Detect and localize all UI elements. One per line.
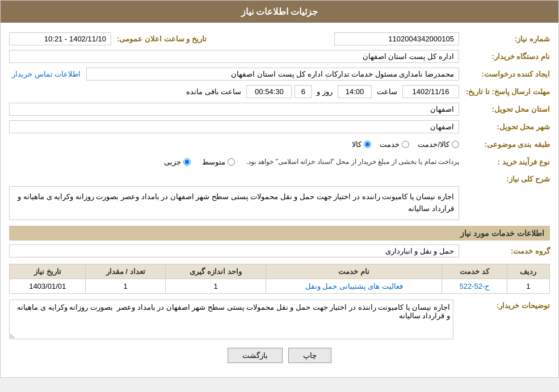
- province-row: استان محل تحویل: اصفهان: [9, 102, 550, 116]
- table-row: 1 ح-52-522 فعالیت های پشتیبانی حمل ونقل …: [10, 279, 550, 294]
- subject-khedmat-radio[interactable]: [402, 141, 409, 148]
- province-value: اصفهان: [9, 103, 459, 116]
- reply-deadline-fields: 1402/11/16 ساعت 14:00 روز و 6 00:54:30 س…: [9, 85, 459, 98]
- created-by-label: ایجاد کننده درخواست:: [459, 70, 550, 78]
- announcement-value: 1402/11/10 - 10:21: [9, 32, 111, 45]
- cell-unit: 1: [165, 279, 266, 294]
- process-motawaset-option: متوسط: [202, 158, 235, 166]
- city-value: اصفهان: [9, 120, 459, 133]
- services-table: ردیف کد خدمت نام خدمت واحد اندازه گیری ت…: [9, 264, 550, 294]
- cell-service-name: فعالیت های پشتیبانی حمل ونقل: [266, 279, 442, 294]
- col-unit: واحد اندازه گیری: [165, 264, 266, 279]
- process-jozyi-radio[interactable]: [183, 158, 191, 166]
- city-row: شهر محل تحویل: اصفهان: [9, 119, 550, 134]
- subject-row: طبقه بندی موضوعی: کالا/خدمت خدمت کالا: [9, 137, 550, 151]
- cell-service-code: ح-52-522: [442, 279, 507, 294]
- subject-khedmat-option: خدمت: [380, 140, 409, 149]
- process-type-group: پرداخت تمام یا بخشی از مبلغ خریدار از مح…: [164, 158, 459, 166]
- reply-time-label: ساعت: [377, 87, 397, 96]
- buyer-org-value: اداره کل پست استان اصفهان: [9, 50, 459, 63]
- action-buttons: چاپ بازگشت: [9, 348, 550, 363]
- services-section-title: اطلاعات خدمات مورد نیاز: [9, 226, 550, 241]
- process-note: پرداخت تمام یا بخشی از مبلغ خریدار از مح…: [246, 158, 459, 166]
- process-motawaset-radio[interactable]: [228, 158, 235, 166]
- subject-khedmat-label: خدمت: [380, 140, 400, 149]
- service-group-label: گروه خدمت:: [459, 247, 550, 255]
- back-button[interactable]: بازگشت: [228, 348, 283, 363]
- buyer-desc-row: توضیحات خریدار:: [9, 300, 550, 339]
- subject-kala-radio[interactable]: [364, 141, 371, 148]
- process-note-item: پرداخت تمام یا بخشی از مبلغ خریدار از مح…: [246, 158, 459, 166]
- created-by-row: ایجاد کننده درخواست: محمدرضا نامداری مسئ…: [9, 66, 550, 81]
- page-header: جزئیات اطلاعات نیاز: [1, 1, 558, 23]
- reply-remaining-label: ساعت باقی مانده: [186, 87, 241, 96]
- services-table-section: ردیف کد خدمت نام خدمت واحد اندازه گیری ت…: [9, 264, 550, 294]
- main-container: جزئیات اطلاعات نیاز شماره نیاز: 11020043…: [0, 0, 559, 378]
- need-number-value: 1102004342000105: [334, 32, 459, 45]
- subject-kala-khedmat-option: کالا/خدمت: [418, 140, 459, 149]
- reply-deadline-row: مهلت ارسال پاسخ: تا تاریخ: 1402/11/16 سا…: [9, 84, 550, 99]
- buyer-org-label: نام دستگاه خریدار:: [459, 52, 550, 61]
- process-jozyi-option: جزیی: [164, 158, 191, 166]
- process-label: نوع فرآیند خرید :: [459, 158, 550, 166]
- page-title: جزئیات اطلاعات نیاز: [241, 7, 318, 16]
- description-row: شرح کلی نیاز: اجاره نیسان یا کامیونت ران…: [9, 175, 550, 220]
- announcement-label: تاریخ و ساعت اعلان عمومی:: [111, 35, 212, 43]
- subject-kala-label: کالا: [352, 140, 362, 149]
- cell-date: 1403/01/01: [10, 279, 86, 294]
- col-rownum: ردیف: [507, 264, 549, 279]
- subject-kala-option: کالا: [352, 140, 371, 149]
- subject-kala-khedmat-label: کالا/خدمت: [418, 140, 449, 149]
- reply-days: 6: [295, 85, 312, 98]
- buyer-desc-label: توضیحات خریدار:: [459, 300, 550, 310]
- service-group-value: حمل و نقل و انبارداری: [9, 245, 459, 258]
- process-jozyi-label: جزیی: [164, 158, 181, 166]
- buyer-desc-textarea[interactable]: [9, 300, 453, 339]
- reply-date: 1402/11/16: [402, 85, 459, 98]
- reply-remaining: 00:54:30: [246, 85, 292, 98]
- province-label: استان محل تحویل:: [459, 105, 550, 113]
- cell-rownum: 1: [507, 279, 549, 294]
- city-label: شهر محل تحویل:: [459, 123, 550, 131]
- description-label: شرح کلی نیاز:: [459, 175, 550, 183]
- need-number-row: شماره نیاز: 1102004342000105 تاریخ و ساع…: [9, 31, 550, 46]
- need-number-label: شماره نیاز:: [459, 35, 550, 43]
- print-button[interactable]: چاپ: [288, 348, 331, 363]
- reply-time: 14:00: [338, 85, 372, 98]
- content-area: شماره نیاز: 1102004342000105 تاریخ و ساع…: [1, 23, 558, 377]
- process-motawaset-label: متوسط: [202, 158, 225, 166]
- created-by-value: محمدرضا نامداری مسئول خدمات تدارکات ادار…: [86, 68, 459, 81]
- description-value: اجاره نیسان یا کامیونت راننده در اختیار …: [9, 186, 459, 220]
- process-row: نوع فرآیند خرید : پرداخت تمام یا بخشی از…: [9, 154, 550, 169]
- reply-deadline-label: مهلت ارسال پاسخ: تا تاریخ:: [459, 87, 550, 96]
- service-group-row: گروه خدمت: حمل و نقل و انبارداری: [9, 243, 550, 258]
- reply-days-label: روز و: [317, 87, 333, 96]
- col-service-name: نام خدمت: [266, 264, 442, 279]
- table-header-row: ردیف کد خدمت نام خدمت واحد اندازه گیری ت…: [10, 264, 550, 279]
- subject-label: طبقه بندی موضوعی:: [459, 140, 550, 149]
- subject-radio-group: کالا/خدمت خدمت کالا: [352, 140, 459, 149]
- buyer-org-row: نام دستگاه خریدار: اداره کل پست استان اص…: [9, 49, 550, 64]
- cell-quantity: 1: [86, 279, 166, 294]
- col-service-code: کد خدمت: [442, 264, 507, 279]
- col-quantity: تعداد / مقدار: [86, 264, 166, 279]
- contact-link[interactable]: اطلاعات تماس خریدار: [12, 70, 81, 78]
- subject-kala-khedmat-radio[interactable]: [452, 141, 459, 148]
- col-date: تاریخ نیاز: [10, 264, 86, 279]
